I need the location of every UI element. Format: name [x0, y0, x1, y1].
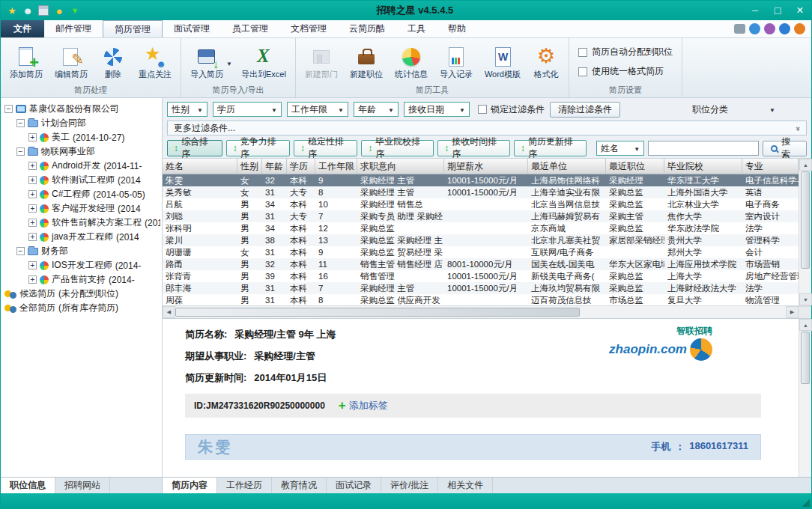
- filter-dropdown[interactable]: 性别: [167, 102, 207, 117]
- tree-item-finance-dept[interactable]: 财务部: [2, 244, 160, 258]
- sort-button[interactable]: 综合排序: [167, 140, 222, 156]
- tree-item-job[interactable]: IOS开发工程师 (2014-: [2, 258, 160, 272]
- tree-item-job[interactable]: 美工 (2014-10-27): [2, 130, 160, 144]
- clear-filters-button[interactable]: 清除过滤条件: [550, 102, 620, 118]
- tree-item-iot-dept[interactable]: 物联网事业部: [2, 144, 160, 159]
- column-header[interactable]: 学历: [287, 159, 315, 174]
- column-header[interactable]: 毕业院校: [664, 159, 742, 174]
- minimize-button[interactable]: [744, 1, 766, 20]
- tab-education[interactable]: 教育情况: [272, 478, 327, 493]
- scrollbar-thumb[interactable]: [801, 171, 810, 269]
- column-header[interactable]: 年龄: [262, 159, 287, 174]
- table-row[interactable]: 吴秀敏 女 31 大专 8 采购经理 主管 10001-15000元/月 上海辛…: [163, 186, 799, 198]
- tree-item-job[interactable]: C#工程师 (2014-05-05): [2, 187, 160, 201]
- favorite-icon[interactable]: [6, 4, 18, 16]
- scroll-up-button[interactable]: [799, 319, 812, 331]
- tree-item-job[interactable]: Android开发 (2014-11-: [2, 159, 160, 173]
- toolbar-button[interactable]: 新建部门: [302, 44, 341, 82]
- sort-button[interactable]: 竞争力排序: [226, 140, 290, 156]
- column-header[interactable]: 求职意向: [357, 159, 444, 174]
- menu-tab-employee[interactable]: 员工管理: [221, 20, 279, 37]
- toolbar-button[interactable]: 统计信息: [392, 44, 431, 82]
- unified-format-checkbox-row[interactable]: 使用统一格式简历: [578, 65, 673, 78]
- table-row[interactable]: 胡珊珊 女 31 本科 9 采购总监 贸易经理 采 互联网/电子商务 郑州大学: [163, 246, 799, 258]
- menu-tab-resume[interactable]: 简历管理: [103, 20, 163, 37]
- update-download-icon[interactable]: [69, 4, 81, 16]
- purple-app-icon[interactable]: [764, 23, 775, 34]
- more-filters-bar[interactable]: 更多过滤条件...: [167, 121, 807, 135]
- column-header[interactable]: 工作年限: [315, 159, 357, 174]
- scroll-down-button[interactable]: [799, 293, 812, 305]
- menu-file-button[interactable]: 文件: [1, 20, 44, 37]
- expand-icon[interactable]: [28, 233, 37, 241]
- tab-evaluation[interactable]: 评价/批注: [381, 478, 438, 493]
- toolbar-button[interactable]: 删除: [97, 44, 130, 82]
- column-header[interactable]: 期望薪水: [444, 159, 528, 174]
- column-header[interactable]: 最近职位: [606, 159, 664, 174]
- menu-tab-cloud[interactable]: 云简历酷: [338, 20, 396, 37]
- tab-position-info[interactable]: 职位信息: [1, 478, 55, 493]
- auto-assign-checkbox-row[interactable]: 简历自动分配到职位: [578, 46, 673, 58]
- tab-resume-content[interactable]: 简历内容: [163, 478, 217, 493]
- lock-filter-checkbox-row[interactable]: 锁定过滤条件: [475, 103, 545, 116]
- search-button[interactable]: 搜索: [763, 141, 807, 156]
- table-row[interactable]: 刘聪 男 31 大专 7 采购专员 助理 采购经 上海玛赫姆贸易有 采购主管 焦…: [163, 210, 799, 222]
- monitor-icon[interactable]: [734, 24, 745, 34]
- table-row[interactable]: 吕航 男 34 本科 10 采购经理 销售总 北京当当网信息技 采购总监 北京林…: [163, 198, 799, 210]
- blue-app-icon[interactable]: [749, 23, 760, 34]
- blue2-app-icon[interactable]: [779, 23, 790, 34]
- table-horizontal-scrollbar[interactable]: [163, 305, 811, 318]
- scroll-right-button[interactable]: [786, 306, 799, 318]
- sort-button[interactable]: 毕业院校排序: [361, 140, 434, 156]
- filter-dropdown[interactable]: 工作年限: [287, 102, 348, 117]
- collapse-icon[interactable]: [16, 247, 25, 255]
- checkbox-icon[interactable]: [578, 67, 587, 76]
- column-header[interactable]: 姓名: [163, 159, 237, 174]
- menu-tab-document[interactable]: 文档管理: [279, 20, 338, 37]
- tab-interview-record[interactable]: 面试记录: [327, 478, 381, 493]
- toolbar-button[interactable]: 编辑简历: [52, 44, 91, 82]
- toolbar-button[interactable]: 导出到Excel: [238, 44, 289, 82]
- toolbar-button[interactable]: 重点关注: [136, 44, 175, 82]
- add-tag-link[interactable]: + 添加标签: [339, 398, 388, 413]
- table-row[interactable]: 张科明 男 34 本科 12 采购总监 京东商城 采购总监 华东政法学院 法学: [163, 222, 799, 234]
- scroll-left-button[interactable]: [163, 306, 175, 318]
- checkbox-icon[interactable]: [478, 105, 487, 114]
- filter-dropdown[interactable]: 接收日期: [404, 102, 470, 117]
- toolbar-button[interactable]: 格式化: [530, 44, 563, 82]
- sort-button[interactable]: 接收时间排序: [437, 140, 510, 156]
- search-field-dropdown[interactable]: 姓名: [596, 141, 644, 156]
- tree-item-company[interactable]: 基康仪器股份有限公司: [2, 102, 160, 116]
- tree-item-job[interactable]: 软件测试工程师 (2014: [2, 173, 160, 187]
- expand-icon[interactable]: [28, 190, 37, 198]
- maximize-button[interactable]: [766, 1, 789, 20]
- tree-item-job[interactable]: 软件售前解决方案工程 (2014: [2, 216, 160, 230]
- app-ball-icon[interactable]: [53, 4, 65, 16]
- table-vertical-scrollbar[interactable]: [799, 159, 811, 305]
- menu-tab-help[interactable]: 帮助: [437, 20, 477, 37]
- collapse-icon[interactable]: [16, 147, 25, 156]
- sort-button[interactable]: 简历更新排序: [514, 140, 587, 156]
- filter-dropdown[interactable]: 年龄: [354, 102, 399, 117]
- table-row[interactable]: 路甬 男 32 本科 11 销售主管 销售经理 店 8001-10000元/月 …: [163, 258, 799, 270]
- double-chevron-icon[interactable]: [794, 127, 803, 129]
- tree-item-job[interactable]: 客户端开发经理 (2014: [2, 201, 160, 216]
- close-button[interactable]: [789, 1, 811, 20]
- tree-item-job[interactable]: java开发工程师 (2014: [2, 230, 160, 244]
- tab-recruit-site[interactable]: 招聘网站: [55, 478, 110, 493]
- tab-work-experience[interactable]: 工作经历: [217, 478, 272, 493]
- tree-item-job[interactable]: 产品售前支持 (2014-: [2, 272, 160, 287]
- checkbox-icon[interactable]: [578, 48, 587, 57]
- tree-item-all-resumes[interactable]: 全部简历 (所有库存简历): [2, 301, 160, 315]
- tab-related-files[interactable]: 相关文件: [438, 478, 493, 493]
- menu-tab-mail[interactable]: 邮件管理: [44, 20, 103, 37]
- expand-icon[interactable]: [28, 261, 37, 269]
- menu-tab-tools[interactable]: 工具: [396, 20, 437, 37]
- expand-icon[interactable]: [28, 204, 37, 213]
- expand-icon[interactable]: [28, 219, 37, 227]
- scroll-up-button[interactable]: [799, 159, 812, 171]
- column-header[interactable]: 专业: [742, 159, 799, 174]
- expand-icon[interactable]: [28, 133, 37, 141]
- toolbar-button[interactable]: Word模版: [482, 44, 524, 82]
- user-icon[interactable]: [22, 4, 34, 16]
